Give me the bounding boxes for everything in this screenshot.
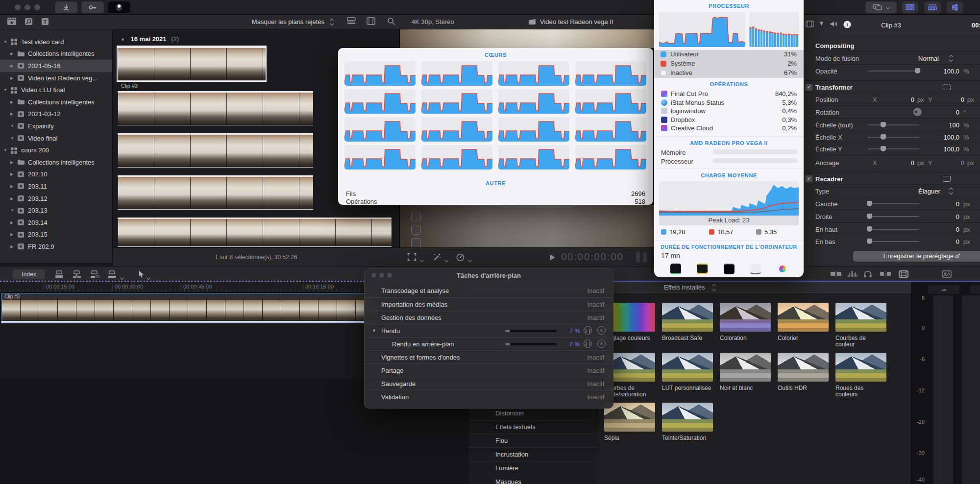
slider-thumb[interactable] bbox=[915, 68, 920, 73]
crop-right-value[interactable]: 0 bbox=[925, 213, 959, 220]
effects-browser-toggle[interactable] bbox=[899, 270, 908, 280]
photos-audio-browser-toggle[interactable] bbox=[942, 270, 952, 280]
import-media-button[interactable] bbox=[55, 1, 77, 13]
display-arrangement-button[interactable] bbox=[865, 1, 897, 13]
sidebar-item[interactable]: ▶ 203.15 bbox=[0, 229, 112, 241]
rotation-knob[interactable] bbox=[913, 108, 922, 116]
blend-mode-popup[interactable]: Normal bbox=[918, 55, 939, 62]
minimize-window-button[interactable] bbox=[24, 4, 30, 10]
position-x-value[interactable]: 0 bbox=[880, 96, 914, 103]
disclosure-triangle-icon[interactable]: ▶ bbox=[10, 232, 17, 237]
effects-category[interactable]: Effets textuels bbox=[468, 420, 597, 434]
effect-tile[interactable]: Colorier bbox=[778, 303, 829, 344]
viewer-overlay-button[interactable] bbox=[411, 238, 421, 248]
zoom-window-button[interactable] bbox=[34, 4, 40, 10]
crop-bottom-value[interactable]: 0 bbox=[925, 238, 959, 245]
effects-category[interactable]: Masques bbox=[468, 475, 597, 484]
snapping-toggle[interactable] bbox=[879, 270, 892, 279]
effect-tile[interactable]: Coloration bbox=[720, 303, 771, 344]
opacity-slider[interactable] bbox=[868, 71, 919, 72]
event-group-header[interactable]: ▼ 16 mai 2021 (2) bbox=[121, 35, 179, 43]
cpu-legend-row[interactable]: Inactive 67% bbox=[654, 69, 804, 78]
capture-button[interactable] bbox=[108, 1, 130, 13]
slider-thumb[interactable] bbox=[881, 134, 886, 140]
disclosure-triangle-icon[interactable]: ▶ bbox=[10, 51, 17, 56]
effect-tile[interactable]: Courbes de couleur bbox=[835, 303, 886, 344]
disclosure-triangle-icon[interactable]: ▶ bbox=[10, 64, 17, 68]
position-y-value[interactable]: 0 bbox=[930, 96, 964, 103]
effect-thumbnail[interactable] bbox=[662, 403, 713, 432]
process-row[interactable]: iStat Menus Status 5,3% bbox=[654, 99, 804, 108]
index-button[interactable]: Index bbox=[13, 269, 45, 279]
audio-meter-mini[interactable] bbox=[636, 252, 640, 262]
viewer-overlay-button[interactable] bbox=[411, 225, 421, 235]
effect-tile[interactable]: Noir et blanc bbox=[720, 353, 771, 394]
disclosure-triangle-icon[interactable]: ▼ bbox=[3, 40, 10, 44]
slider-thumb[interactable] bbox=[867, 214, 872, 219]
timeline-clip-audio-lane[interactable] bbox=[1, 321, 378, 323]
sidebar-item[interactable]: ▶ Video test Radeon veg... bbox=[0, 72, 112, 84]
sidebar-audio-photos-tab[interactable] bbox=[24, 17, 34, 28]
crop-left-value[interactable]: 0 bbox=[925, 200, 959, 208]
slider-thumb[interactable] bbox=[867, 226, 872, 232]
scale-y-value[interactable]: 100,0 bbox=[925, 145, 959, 153]
effect-tile[interactable]: Roues des couleurs bbox=[835, 353, 886, 394]
effect-tile[interactable]: Teinte/Saturation bbox=[662, 403, 713, 444]
slider-thumb[interactable] bbox=[867, 239, 872, 244]
disclosure-triangle-icon[interactable]: ▶ bbox=[10, 196, 17, 201]
sidebar-media-tab[interactable] bbox=[7, 17, 18, 28]
cancel-task-button[interactable]: ✕ bbox=[597, 339, 606, 348]
crop-tool-button[interactable] bbox=[407, 253, 416, 263]
pause-task-button[interactable]: ❙❙ bbox=[584, 339, 592, 348]
sidebar-item[interactable]: ▶ Collections intelligentes bbox=[0, 48, 112, 60]
cpu-legend-row[interactable]: Système 2% bbox=[654, 59, 804, 69]
effect-thumbnail[interactable] bbox=[835, 353, 886, 382]
effect-thumbnail[interactable] bbox=[835, 303, 886, 332]
group-disclosure-icon[interactable]: ▼ bbox=[121, 37, 125, 42]
effects-category[interactable]: Incrustation bbox=[468, 447, 597, 461]
disclosure-triangle-icon[interactable]: ▶ bbox=[10, 244, 17, 249]
effect-tile[interactable]: LUT personnalisée bbox=[662, 353, 713, 394]
transform-onscreen-icon[interactable] bbox=[943, 84, 951, 90]
clip-filmstrip[interactable] bbox=[118, 91, 313, 125]
disclosure-triangle-icon[interactable]: ▼ bbox=[372, 328, 376, 333]
audio-meter-mini[interactable] bbox=[643, 252, 647, 262]
disclosure-triangle-icon[interactable]: ▶ bbox=[10, 184, 17, 189]
disclosure-triangle-icon[interactable]: ▶ bbox=[10, 220, 17, 225]
sidebar-titles-generators-tab[interactable]: T bbox=[40, 17, 51, 28]
crop-left-slider[interactable] bbox=[868, 203, 919, 204]
sidebar-item[interactable]: ▶ 203.14 bbox=[0, 217, 112, 229]
effect-tile[interactable]: Broadcast Safe bbox=[662, 303, 713, 344]
disclosure-triangle-icon[interactable]: ▶ bbox=[10, 112, 17, 116]
cancel-task-button[interactable]: ✕ bbox=[597, 326, 606, 335]
effect-thumbnail[interactable] bbox=[662, 353, 713, 382]
disclosure-triangle-icon[interactable]: ▶ bbox=[10, 172, 17, 176]
overwrite-edit-button[interactable] bbox=[108, 270, 118, 280]
sidebar-item[interactable]: ▶ Collections intelligentes bbox=[0, 156, 112, 169]
crop-onscreen-icon[interactable] bbox=[943, 176, 951, 182]
play-button[interactable] bbox=[549, 254, 556, 263]
transform-checkbox[interactable]: ✓ bbox=[806, 84, 812, 91]
cpu-legend-row[interactable]: Utilisateur 31% bbox=[654, 50, 804, 59]
sidebar-item[interactable]: ▶ FR 202.9 bbox=[0, 241, 112, 253]
scale-x-slider[interactable] bbox=[868, 137, 919, 138]
enhancements-button[interactable] bbox=[432, 253, 441, 264]
disclosure-triangle-icon[interactable]: ▶ bbox=[10, 100, 17, 104]
show-browser-button[interactable] bbox=[902, 1, 918, 13]
process-row[interactable]: loginwindow 0,4% bbox=[654, 107, 804, 116]
process-row[interactable]: Creative Cloud 0,2% bbox=[654, 124, 804, 133]
sidebar-item[interactable]: ▼ Expainify bbox=[0, 120, 112, 132]
scale-all-slider[interactable] bbox=[868, 124, 919, 125]
keyword-editor-button[interactable] bbox=[81, 1, 104, 13]
scale-all-value[interactable]: 100 bbox=[925, 121, 959, 129]
dock-app-icon[interactable] bbox=[777, 264, 788, 274]
anchor-y-value[interactable]: 0 bbox=[930, 159, 964, 167]
crop-checkbox[interactable]: ✓ bbox=[806, 175, 812, 182]
pause-task-button[interactable]: ❙❙ bbox=[584, 326, 592, 335]
crop-top-value[interactable]: 0 bbox=[925, 226, 959, 233]
viewer-overlay-button[interactable] bbox=[411, 212, 421, 221]
list-view-button[interactable] bbox=[347, 17, 356, 27]
retime-button[interactable] bbox=[456, 253, 465, 264]
scale-x-value[interactable]: 100,0 bbox=[925, 134, 959, 141]
sidebar-item[interactable]: ▶ 203.11 bbox=[0, 180, 112, 193]
